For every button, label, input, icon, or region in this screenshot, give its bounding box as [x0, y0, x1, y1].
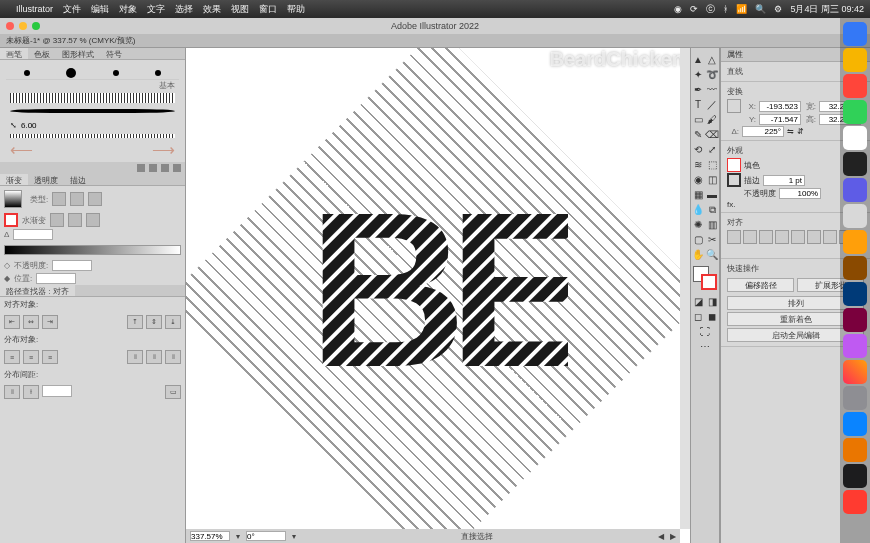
dock-id-icon[interactable] [843, 308, 867, 332]
tab-gradient[interactable]: 渐变 [0, 174, 28, 185]
gradient-mode-button[interactable]: ◨ [705, 294, 719, 309]
dock-ai-icon[interactable] [843, 230, 867, 254]
menu-type[interactable]: 文字 [147, 3, 165, 16]
document-tab[interactable]: 未标题-1* @ 337.57 % (CMYK/预览) [0, 34, 870, 48]
dock-app-icon[interactable] [843, 256, 867, 280]
tab-transparency[interactable]: 透明度 [28, 174, 64, 185]
fill-stroke-control[interactable] [693, 266, 717, 290]
edit-toolbar-button[interactable]: ⋯ [690, 339, 720, 354]
align-hcenter-button[interactable]: ⇔ [23, 315, 39, 329]
free-transform-tool[interactable]: ⬚ [705, 157, 719, 172]
prop-align-left[interactable] [727, 230, 741, 244]
curvature-tool[interactable]: 〰 [705, 82, 719, 97]
dock-app-icon[interactable] [843, 204, 867, 228]
stroke-swatch-icon[interactable] [4, 213, 18, 227]
vertical-scrollbar[interactable] [680, 48, 690, 529]
flip-h-icon[interactable]: ⇋ [787, 127, 794, 136]
opacity-input[interactable] [779, 188, 821, 199]
brush-preset-pattern[interactable] [10, 93, 175, 103]
align-to-button[interactable]: ▭ [165, 385, 181, 399]
line-tool[interactable]: ／ [705, 97, 719, 112]
dist-hspace-button[interactable]: ⫲ [23, 385, 39, 399]
dock-app-icon[interactable] [843, 438, 867, 462]
brush-preset-row[interactable] [6, 66, 179, 80]
gradient-slider[interactable] [4, 245, 181, 255]
color-mode-button[interactable]: ◪ [691, 294, 705, 309]
status-search-icon[interactable]: 🔍 [755, 4, 766, 14]
offset-path-button[interactable]: 偏移路径 [727, 278, 794, 292]
lasso-tool[interactable]: ➰ [705, 67, 719, 82]
tab-stroke[interactable]: 描边 [64, 174, 92, 185]
brush-preset-arrows[interactable]: ⟵ ⟶ [10, 140, 175, 154]
draw-behind-button[interactable]: ◼ [705, 309, 719, 324]
align-vcenter-button[interactable]: ⇕ [146, 315, 162, 329]
menu-file[interactable]: 文件 [63, 3, 81, 16]
stroke-weight-input[interactable] [763, 175, 805, 186]
prop-align-top[interactable] [775, 230, 789, 244]
window-close-button[interactable] [6, 22, 14, 30]
rotate-tool[interactable]: ⟲ [691, 142, 705, 157]
align-right-button[interactable]: ⇥ [42, 315, 58, 329]
hand-tool[interactable]: ✋ [691, 247, 705, 262]
brush-preset-thin[interactable] [10, 134, 175, 138]
scale-tool[interactable]: ⤢ [705, 142, 719, 157]
dock-app-icon[interactable] [843, 334, 867, 358]
prop-align-hcenter[interactable] [743, 230, 757, 244]
width-tool[interactable]: ≋ [691, 157, 705, 172]
align-top-button[interactable]: ⤒ [127, 315, 143, 329]
stroke-color-swatch[interactable] [727, 173, 741, 187]
angle-input[interactable] [742, 126, 784, 137]
menubar-datetime[interactable]: 5月4日 周三 09:42 [790, 3, 864, 16]
brush-preset-calligraphic[interactable] [10, 105, 175, 117]
tab-pathfinder-align[interactable]: 路径查找器 : 对齐 [0, 285, 75, 296]
dist-bottom-button[interactable]: ≡ [42, 350, 58, 364]
shape-builder-tool[interactable]: ◉ [691, 172, 705, 187]
gradient-location-input[interactable] [36, 273, 76, 284]
tab-symbols[interactable]: 符号 [100, 48, 128, 59]
dock-app-icon[interactable] [843, 490, 867, 514]
dist-right-button[interactable]: ⦀ [165, 350, 181, 364]
window-zoom-button[interactable] [32, 22, 40, 30]
menu-edit[interactable]: 编辑 [91, 3, 109, 16]
align-left-button[interactable]: ⇤ [4, 315, 20, 329]
freeform-gradient-button[interactable] [88, 192, 102, 206]
grad-stroke-1[interactable] [50, 213, 64, 227]
menu-object[interactable]: 对象 [119, 3, 137, 16]
blend-tool[interactable]: ⧉ [705, 202, 719, 217]
type-tool[interactable]: T [691, 97, 705, 112]
dock-app-icon[interactable] [843, 386, 867, 410]
perspective-tool[interactable]: ◫ [705, 172, 719, 187]
screen-mode-button[interactable]: ⛶ [690, 324, 720, 339]
grad-stroke-2[interactable] [68, 213, 82, 227]
status-control-icon[interactable]: ⚙ [774, 4, 782, 14]
dist-vspace-button[interactable]: ⫴ [4, 385, 20, 399]
gradient-tool[interactable]: ▬ [705, 187, 719, 202]
dock-app-icon[interactable] [843, 152, 867, 176]
dist-hcenter-button[interactable]: ⦀ [146, 350, 162, 364]
graph-tool[interactable]: ▥ [705, 217, 719, 232]
gradient-swatch[interactable] [4, 190, 22, 208]
draw-normal-button[interactable]: ◻ [691, 309, 705, 324]
dock-app-icon[interactable] [843, 74, 867, 98]
fill-color-swatch[interactable] [727, 158, 741, 172]
mesh-tool[interactable]: ▦ [691, 187, 705, 202]
paintbrush-tool[interactable]: 🖌 [705, 112, 719, 127]
zoom-tool[interactable]: 🔍 [705, 247, 719, 262]
options-icon[interactable] [161, 164, 169, 172]
align-bottom-button[interactable]: ⤓ [165, 315, 181, 329]
x-input[interactable] [759, 101, 801, 112]
stroke-width-value[interactable]: 6.00 [21, 121, 37, 130]
menu-help[interactable]: 帮助 [287, 3, 305, 16]
eyedropper-tool[interactable]: 💧 [691, 202, 705, 217]
rotate-view-input[interactable] [246, 531, 286, 541]
rotate-dropdown-icon[interactable]: ▾ [292, 532, 296, 541]
nav-right-icon[interactable]: ▶ [670, 532, 676, 541]
selection-tool[interactable]: ▲ [691, 52, 705, 67]
menu-effect[interactable]: 效果 [203, 3, 221, 16]
tab-properties[interactable]: 属性 [727, 49, 743, 60]
dist-top-button[interactable]: ≡ [4, 350, 20, 364]
magic-wand-tool[interactable]: ✦ [691, 67, 705, 82]
prop-dist-h[interactable] [823, 230, 837, 244]
dock-app-icon[interactable] [843, 48, 867, 72]
dock-app-icon[interactable] [843, 100, 867, 124]
